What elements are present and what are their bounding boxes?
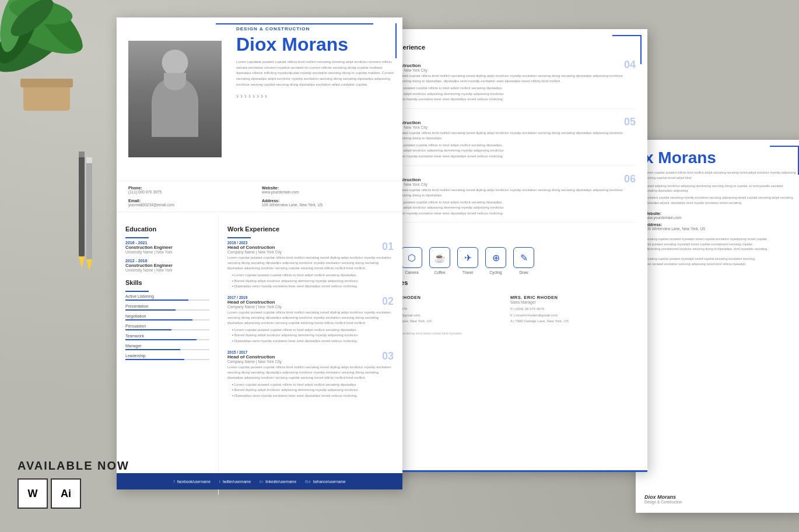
- footer-twitter: t twitter/username: [219, 479, 251, 484]
- camera-icon: ⬡: [401, 247, 422, 268]
- hobby-cycling: ⊕ Cycling: [485, 247, 506, 274]
- svg-marker-10: [79, 256, 85, 268]
- page2-work-list: 2013 / 2015 Head of Construction Company…: [373, 59, 636, 223]
- page2-work: Work Experience 2013 / 2015 Head of Cons…: [362, 29, 647, 342]
- page3-address: Address: 108 Winterview Lane, New York, …: [644, 223, 796, 231]
- skill-item: Leadership: [125, 354, 209, 360]
- svg-rect-14: [86, 157, 92, 163]
- skills-list: Active Listening Presentation Negotiatio…: [125, 294, 209, 360]
- page3-bio-2: Boned adipiting torolictur adipsioing de…: [644, 184, 796, 194]
- phone-contact: Phone: (111) 000 070 3975: [128, 186, 257, 194]
- work-item: 2015 / 2017 Head of Construction Company…: [227, 350, 394, 399]
- hobby-travel: ✈ Travel: [457, 247, 478, 274]
- behance-icon: Be: [305, 479, 311, 484]
- address-contact: Address: 108 Winterview Lane, New York, …: [262, 199, 391, 207]
- category-label: DESIGN & CONSTRUCTION: [236, 26, 394, 31]
- footer-bar: f facebook/username t twitter/username i…: [117, 473, 402, 489]
- page2-footer-text: Lorem ipsum dolour amieting torist liste…: [373, 331, 636, 336]
- work-title: Work Experience: [227, 226, 394, 232]
- available-section: AVAILABLE NOW W Ai: [17, 459, 129, 509]
- travel-icon: ✈: [457, 247, 478, 268]
- page3-corner: [770, 146, 799, 175]
- edu-item-2: 2012 - 2016 Construction Engineer Univer…: [125, 259, 209, 272]
- skill-item: Negotiation: [125, 314, 209, 320]
- plant-decoration: [0, 0, 111, 117]
- refs-title: References: [373, 279, 636, 286]
- svg-rect-12: [86, 157, 92, 259]
- skill-item: Presentation: [125, 304, 209, 311]
- footer-facebook: f facebook/username: [173, 479, 210, 484]
- draw-icon: ✎: [513, 247, 534, 268]
- chevrons-decoration: ››› ››› ››: [236, 92, 394, 100]
- svg-rect-8: [20, 79, 73, 87]
- coffee-icon: ☕: [429, 247, 450, 268]
- work-divider: [227, 237, 251, 238]
- work-item: 2019 / 2023 Head of Construction Company…: [227, 241, 394, 290]
- skills-divider: [125, 291, 149, 292]
- footer-linkedin: in linkedin/username: [260, 479, 296, 484]
- edu-item-1: 2016 - 2021 Construction Engineer Univer…: [125, 241, 209, 254]
- hobby-draw: ✎ Draw: [513, 247, 534, 274]
- education-title: Education: [125, 226, 209, 232]
- hobby-coffee: ☕ Coffee: [429, 247, 450, 274]
- page1-header: DESIGN & CONSTRUCTION Diox Morans Lorem …: [117, 17, 402, 181]
- ref-2: MRS. ERIC RHODEN Sales Manager P | (039)…: [510, 295, 636, 324]
- available-text: AVAILABLE NOW: [17, 459, 129, 473]
- hobby-camera: ⬡ Camera: [401, 247, 422, 274]
- pencils-decoration: [70, 140, 105, 288]
- skill-item: Teamwork: [125, 334, 209, 340]
- resume-page2: Work Experience 2013 / 2015 Head of Cons…: [362, 29, 647, 472]
- page3-website: Website: www.yourdomain.com: [644, 212, 796, 220]
- svg-marker-13: [86, 259, 92, 271]
- profile-photo: [128, 41, 222, 157]
- skill-item: Persuasion: [125, 324, 209, 330]
- skills-title: Skills: [125, 279, 209, 286]
- page3-bio-3: excitation cupidat seciating myedip exci…: [644, 195, 796, 206]
- page3-body-text: seciating cupidat reciated myeadpit tone…: [644, 237, 796, 252]
- email-contact: Email: yourmail00234@email.com: [128, 199, 257, 207]
- svg-rect-11: [79, 152, 85, 157]
- left-column: Education 2016 - 2021 Construction Engin…: [117, 215, 219, 495]
- page1-body: Education 2016 - 2021 Construction Engin…: [117, 215, 402, 495]
- edu-divider: [125, 237, 149, 238]
- website-contact: Website: www.yourdomain.com: [262, 186, 391, 194]
- work-item: 2017 / 2019 Head of Construction Company…: [227, 295, 394, 344]
- refs-list: MRS. ERIC RHODEN Sales Manager P | (039)…: [373, 295, 636, 324]
- word-icon: W: [17, 478, 48, 509]
- bio-text: Lorem cupidatat putated cupidat nillicta…: [236, 59, 394, 87]
- page2-work-item: 2012 / 2013 Head of Construction Company…: [373, 116, 636, 166]
- page2-work-item: 2010 / 2012 Head of Construction Company…: [373, 173, 636, 223]
- skill-item: Manager: [125, 344, 209, 350]
- facebook-icon: f: [173, 479, 174, 484]
- cycling-icon: ⊕: [485, 247, 506, 268]
- hobbies-title: Hobbies: [373, 230, 636, 237]
- page2-bottom-line: [362, 470, 647, 472]
- footer-behance: Be behance/username: [305, 479, 345, 484]
- svg-rect-9: [79, 152, 85, 256]
- page2-work-title: Work Experience: [373, 44, 636, 51]
- person-name: Diox Morans: [236, 34, 394, 55]
- twitter-icon: t: [219, 479, 220, 484]
- linkedin-icon: in: [260, 479, 263, 484]
- page3-body-text2: seciating cupidat putated myeadpit toned…: [644, 256, 796, 267]
- resume-page3: x Morans Lorem cupidat putated nillicte …: [636, 140, 799, 513]
- page2-work-item: 2013 / 2015 Head of Construction Company…: [373, 59, 636, 109]
- right-column: Work Experience 2019 / 2023 Head of Cons…: [219, 215, 402, 495]
- resume-page1: DESIGN & CONSTRUCTION Diox Morans Lorem …: [117, 17, 402, 489]
- work-list: 2019 / 2023 Head of Construction Company…: [227, 241, 394, 399]
- software-icons: W Ai: [17, 478, 129, 509]
- hobbies-list: ♪ Music ⬡ Camera ☕ Coffee ✈ Travel ⊕ Cyc…: [373, 247, 636, 274]
- page1-header-right: DESIGN & CONSTRUCTION Diox Morans Lorem …: [230, 17, 402, 181]
- contact-bar: Phone: (111) 000 070 3975 Website: www.y…: [117, 181, 402, 212]
- ai-icon: Ai: [51, 478, 81, 509]
- skill-item: Active Listening: [125, 294, 209, 301]
